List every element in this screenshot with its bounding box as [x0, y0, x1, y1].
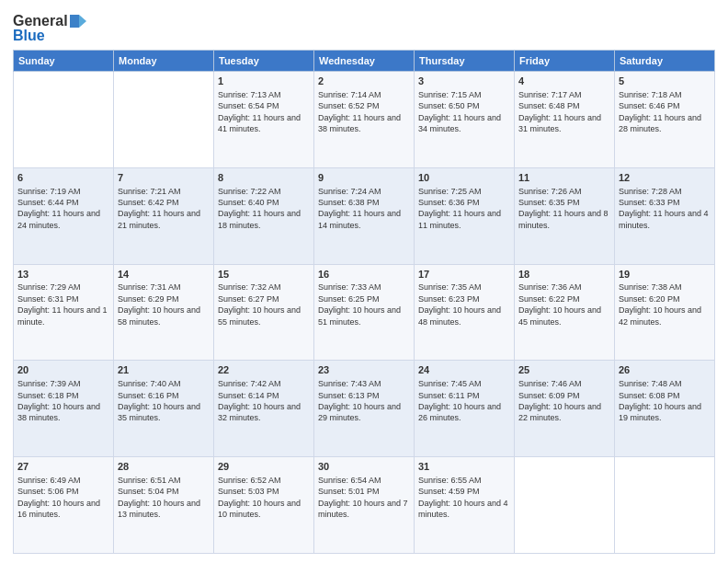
day-info: Sunrise: 7:29 AM Sunset: 6:31 PM Dayligh…: [17, 282, 109, 327]
day-info: Sunrise: 7:15 AM Sunset: 6:50 PM Dayligh…: [418, 89, 510, 135]
svg-marker-3: [79, 15, 86, 28]
day-number: 19: [619, 268, 711, 282]
calendar-cell: 13Sunrise: 7:29 AM Sunset: 6:31 PM Dayli…: [14, 264, 114, 361]
page: General Blue SundayMondayTuesdayWednesda…: [0, 0, 728, 563]
calendar-cell: [14, 72, 114, 168]
day-info: Sunrise: 7:46 AM Sunset: 6:09 PM Dayligh…: [518, 378, 610, 424]
day-info: Sunrise: 7:17 AM Sunset: 6:48 PM Dayligh…: [518, 89, 610, 135]
calendar-cell: 18Sunrise: 7:36 AM Sunset: 6:22 PM Dayli…: [515, 264, 615, 361]
logo-icon: General Blue: [13, 9, 86, 44]
calendar-cell: 31Sunrise: 6:55 AM Sunset: 4:59 PM Dayli…: [415, 457, 515, 554]
weekday-header-wednesday: Wednesday: [314, 51, 415, 72]
weekday-header-saturday: Saturday: [615, 51, 715, 72]
day-number: 30: [318, 460, 410, 474]
calendar-cell: [515, 457, 615, 554]
day-number: 26: [619, 363, 711, 377]
calendar-cell: 16Sunrise: 7:33 AM Sunset: 6:25 PM Dayli…: [314, 264, 415, 361]
calendar-cell: 8Sunrise: 7:22 AM Sunset: 6:40 PM Daylig…: [214, 167, 314, 264]
day-info: Sunrise: 7:13 AM Sunset: 6:54 PM Dayligh…: [218, 89, 310, 135]
day-number: 20: [17, 363, 109, 377]
week-row-2: 6Sunrise: 7:19 AM Sunset: 6:44 PM Daylig…: [14, 167, 715, 264]
calendar-cell: 7Sunrise: 7:21 AM Sunset: 6:42 PM Daylig…: [114, 167, 214, 264]
calendar-cell: 1Sunrise: 7:13 AM Sunset: 6:54 PM Daylig…: [214, 72, 314, 168]
calendar-cell: 4Sunrise: 7:17 AM Sunset: 6:48 PM Daylig…: [515, 72, 615, 168]
day-number: 6: [17, 171, 109, 185]
calendar-cell: 28Sunrise: 6:51 AM Sunset: 5:04 PM Dayli…: [114, 457, 214, 554]
day-number: 22: [218, 363, 310, 377]
svg-marker-2: [70, 15, 79, 28]
day-info: Sunrise: 7:42 AM Sunset: 6:14 PM Dayligh…: [218, 378, 310, 424]
calendar-cell: 9Sunrise: 7:24 AM Sunset: 6:38 PM Daylig…: [314, 167, 415, 264]
calendar-table: SundayMondayTuesdayWednesdayThursdayFrid…: [13, 50, 715, 554]
day-number: 11: [518, 171, 610, 185]
day-info: Sunrise: 7:39 AM Sunset: 6:18 PM Dayligh…: [17, 378, 109, 424]
calendar-cell: 2Sunrise: 7:14 AM Sunset: 6:52 PM Daylig…: [314, 72, 415, 168]
day-number: 21: [118, 363, 210, 377]
day-number: 9: [318, 171, 410, 185]
svg-text:General: General: [13, 13, 68, 29]
day-number: 31: [418, 460, 510, 474]
weekday-header-monday: Monday: [114, 51, 214, 72]
day-info: Sunrise: 6:49 AM Sunset: 5:06 PM Dayligh…: [17, 475, 109, 521]
day-info: Sunrise: 7:28 AM Sunset: 6:33 PM Dayligh…: [619, 186, 711, 232]
day-number: 3: [418, 75, 510, 88]
day-info: Sunrise: 7:48 AM Sunset: 6:08 PM Dayligh…: [619, 378, 711, 424]
day-number: 23: [318, 363, 410, 377]
week-row-1: 1Sunrise: 7:13 AM Sunset: 6:54 PM Daylig…: [14, 72, 715, 168]
day-number: 15: [218, 268, 310, 282]
day-number: 25: [518, 363, 610, 377]
week-row-3: 13Sunrise: 7:29 AM Sunset: 6:31 PM Dayli…: [14, 264, 715, 361]
day-number: 16: [318, 268, 410, 282]
day-number: 28: [118, 460, 210, 474]
day-number: 13: [17, 268, 109, 282]
calendar-cell: 17Sunrise: 7:35 AM Sunset: 6:23 PM Dayli…: [415, 264, 515, 361]
day-info: Sunrise: 7:38 AM Sunset: 6:20 PM Dayligh…: [619, 282, 711, 327]
header: General Blue: [13, 9, 715, 44]
calendar-cell: 24Sunrise: 7:45 AM Sunset: 6:11 PM Dayli…: [415, 361, 515, 457]
day-number: 29: [218, 460, 310, 474]
day-info: Sunrise: 7:36 AM Sunset: 6:22 PM Dayligh…: [518, 282, 610, 327]
day-info: Sunrise: 7:40 AM Sunset: 6:16 PM Dayligh…: [118, 378, 210, 424]
calendar-cell: 3Sunrise: 7:15 AM Sunset: 6:50 PM Daylig…: [415, 72, 515, 168]
weekday-header-tuesday: Tuesday: [214, 51, 314, 72]
day-info: Sunrise: 7:19 AM Sunset: 6:44 PM Dayligh…: [17, 186, 109, 232]
day-info: Sunrise: 7:32 AM Sunset: 6:27 PM Dayligh…: [218, 282, 310, 327]
logo: General Blue: [13, 9, 86, 44]
day-number: 1: [218, 75, 310, 88]
weekday-header-thursday: Thursday: [415, 51, 515, 72]
calendar-cell: [615, 457, 715, 554]
calendar-cell: 25Sunrise: 7:46 AM Sunset: 6:09 PM Dayli…: [515, 361, 615, 457]
day-number: 4: [518, 75, 610, 88]
weekday-header-row: SundayMondayTuesdayWednesdayThursdayFrid…: [14, 51, 715, 72]
day-number: 18: [518, 268, 610, 282]
week-row-4: 20Sunrise: 7:39 AM Sunset: 6:18 PM Dayli…: [14, 361, 715, 457]
day-number: 5: [619, 75, 711, 88]
calendar-cell: 6Sunrise: 7:19 AM Sunset: 6:44 PM Daylig…: [14, 167, 114, 264]
calendar-cell: 10Sunrise: 7:25 AM Sunset: 6:36 PM Dayli…: [415, 167, 515, 264]
day-number: 12: [619, 171, 711, 185]
calendar-cell: 11Sunrise: 7:26 AM Sunset: 6:35 PM Dayli…: [515, 167, 615, 264]
calendar-cell: 12Sunrise: 7:28 AM Sunset: 6:33 PM Dayli…: [615, 167, 715, 264]
day-info: Sunrise: 7:33 AM Sunset: 6:25 PM Dayligh…: [318, 282, 410, 327]
calendar-cell: 15Sunrise: 7:32 AM Sunset: 6:27 PM Dayli…: [214, 264, 314, 361]
day-info: Sunrise: 7:35 AM Sunset: 6:23 PM Dayligh…: [418, 282, 510, 327]
calendar-cell: [114, 72, 214, 168]
calendar-cell: 26Sunrise: 7:48 AM Sunset: 6:08 PM Dayli…: [615, 361, 715, 457]
calendar-cell: 22Sunrise: 7:42 AM Sunset: 6:14 PM Dayli…: [214, 361, 314, 457]
calendar-cell: 14Sunrise: 7:31 AM Sunset: 6:29 PM Dayli…: [114, 264, 214, 361]
day-number: 27: [17, 460, 109, 474]
week-row-5: 27Sunrise: 6:49 AM Sunset: 5:06 PM Dayli…: [14, 457, 715, 554]
svg-text:Blue: Blue: [13, 28, 45, 43]
day-info: Sunrise: 6:52 AM Sunset: 5:03 PM Dayligh…: [218, 475, 310, 521]
day-number: 24: [418, 363, 510, 377]
day-info: Sunrise: 7:43 AM Sunset: 6:13 PM Dayligh…: [318, 378, 410, 424]
calendar-cell: 19Sunrise: 7:38 AM Sunset: 6:20 PM Dayli…: [615, 264, 715, 361]
day-info: Sunrise: 7:45 AM Sunset: 6:11 PM Dayligh…: [418, 378, 510, 424]
day-info: Sunrise: 7:24 AM Sunset: 6:38 PM Dayligh…: [318, 186, 410, 232]
calendar-cell: 29Sunrise: 6:52 AM Sunset: 5:03 PM Dayli…: [214, 457, 314, 554]
day-number: 10: [418, 171, 510, 185]
day-info: Sunrise: 7:21 AM Sunset: 6:42 PM Dayligh…: [118, 186, 210, 232]
weekday-header-friday: Friday: [515, 51, 615, 72]
day-info: Sunrise: 7:31 AM Sunset: 6:29 PM Dayligh…: [118, 282, 210, 327]
day-info: Sunrise: 6:54 AM Sunset: 5:01 PM Dayligh…: [318, 475, 410, 521]
